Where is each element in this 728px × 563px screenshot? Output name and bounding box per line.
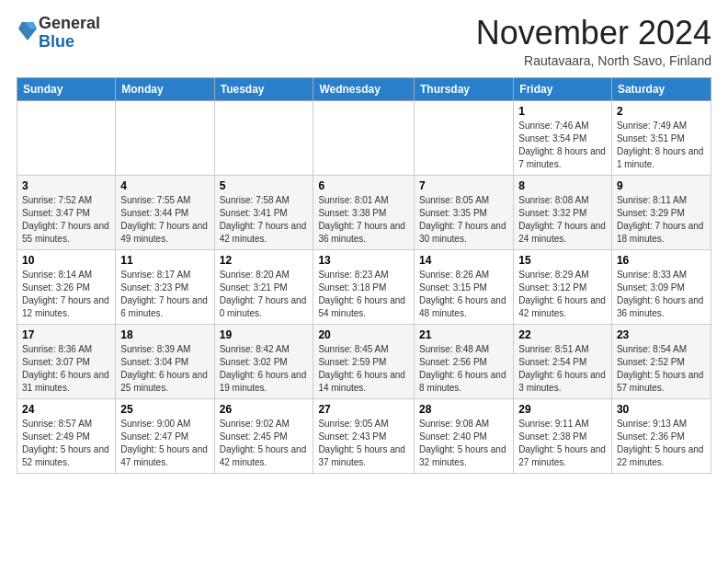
table-row: 13Sunrise: 8:23 AM Sunset: 3:18 PM Dayli… <box>313 249 415 324</box>
table-row: 11Sunrise: 8:17 AM Sunset: 3:23 PM Dayli… <box>116 249 214 324</box>
table-row <box>116 100 214 175</box>
day-number: 13 <box>318 254 409 267</box>
day-info: Sunrise: 7:58 AM Sunset: 3:41 PM Dayligh… <box>220 194 309 246</box>
day-number: 26 <box>220 403 309 416</box>
day-number: 17 <box>22 328 110 341</box>
day-number: 15 <box>518 254 607 267</box>
day-number: 5 <box>220 179 309 192</box>
logo-text: General Blue <box>39 15 100 52</box>
day-number: 1 <box>518 105 607 118</box>
table-row: 2Sunrise: 7:49 AM Sunset: 3:51 PM Daylig… <box>611 100 711 175</box>
day-number: 23 <box>617 328 706 341</box>
day-number: 2 <box>617 105 706 118</box>
day-info: Sunrise: 9:08 AM Sunset: 2:40 PM Dayligh… <box>419 418 508 469</box>
day-number: 16 <box>617 254 706 267</box>
day-info: Sunrise: 8:45 AM Sunset: 2:59 PM Dayligh… <box>318 343 409 395</box>
table-row <box>313 100 415 175</box>
day-number: 4 <box>120 179 209 192</box>
table-row: 26Sunrise: 9:02 AM Sunset: 2:45 PM Dayli… <box>214 398 313 473</box>
day-number: 28 <box>419 403 508 416</box>
day-number: 7 <box>419 179 508 192</box>
day-number: 27 <box>318 403 409 416</box>
day-info: Sunrise: 8:29 AM Sunset: 3:12 PM Dayligh… <box>518 269 607 320</box>
table-row: 28Sunrise: 9:08 AM Sunset: 2:40 PM Dayli… <box>414 398 513 473</box>
day-number: 19 <box>220 328 309 341</box>
table-row: 10Sunrise: 8:14 AM Sunset: 3:26 PM Dayli… <box>17 249 116 324</box>
col-thursday: Thursday <box>414 77 513 100</box>
calendar: Sunday Monday Tuesday Wednesday Thursday… <box>17 77 711 474</box>
table-row: 17Sunrise: 8:36 AM Sunset: 3:07 PM Dayli… <box>17 324 116 398</box>
table-row: 1Sunrise: 7:46 AM Sunset: 3:54 PM Daylig… <box>514 100 612 175</box>
day-info: Sunrise: 8:11 AM Sunset: 3:29 PM Dayligh… <box>617 194 706 246</box>
day-info: Sunrise: 8:36 AM Sunset: 3:07 PM Dayligh… <box>22 343 110 395</box>
table-row: 3Sunrise: 7:52 AM Sunset: 3:47 PM Daylig… <box>17 175 116 249</box>
col-wednesday: Wednesday <box>313 77 415 100</box>
day-info: Sunrise: 8:42 AM Sunset: 3:02 PM Dayligh… <box>220 343 309 395</box>
header: General Blue November 2024 Rautavaara, N… <box>17 15 711 68</box>
day-info: Sunrise: 8:26 AM Sunset: 3:15 PM Dayligh… <box>419 269 508 320</box>
day-number: 21 <box>419 328 508 341</box>
day-number: 30 <box>617 403 706 416</box>
title-block: November 2024 Rautavaara, North Savo, Fi… <box>476 15 711 68</box>
day-info: Sunrise: 8:17 AM Sunset: 3:23 PM Dayligh… <box>120 269 209 320</box>
col-friday: Friday <box>514 77 612 100</box>
day-info: Sunrise: 8:48 AM Sunset: 2:56 PM Dayligh… <box>419 343 508 395</box>
table-row: 22Sunrise: 8:51 AM Sunset: 2:54 PM Dayli… <box>514 324 612 398</box>
table-row: 23Sunrise: 8:54 AM Sunset: 2:52 PM Dayli… <box>611 324 711 398</box>
day-info: Sunrise: 9:05 AM Sunset: 2:43 PM Dayligh… <box>318 418 409 469</box>
day-info: Sunrise: 8:05 AM Sunset: 3:35 PM Dayligh… <box>419 194 508 246</box>
day-number: 14 <box>419 254 508 267</box>
day-info: Sunrise: 8:14 AM Sunset: 3:26 PM Dayligh… <box>22 269 110 320</box>
calendar-week-row: 3Sunrise: 7:52 AM Sunset: 3:47 PM Daylig… <box>17 175 711 249</box>
day-info: Sunrise: 8:57 AM Sunset: 2:49 PM Dayligh… <box>22 418 110 469</box>
table-row: 29Sunrise: 9:11 AM Sunset: 2:38 PM Dayli… <box>514 398 612 473</box>
day-info: Sunrise: 9:11 AM Sunset: 2:38 PM Dayligh… <box>518 418 607 469</box>
table-row: 12Sunrise: 8:20 AM Sunset: 3:21 PM Dayli… <box>214 249 313 324</box>
logo-icon <box>18 20 37 42</box>
day-info: Sunrise: 7:49 AM Sunset: 3:51 PM Dayligh… <box>617 120 706 171</box>
table-row: 8Sunrise: 8:08 AM Sunset: 3:32 PM Daylig… <box>514 175 612 249</box>
day-info: Sunrise: 8:08 AM Sunset: 3:32 PM Dayligh… <box>518 194 607 246</box>
day-info: Sunrise: 7:52 AM Sunset: 3:47 PM Dayligh… <box>22 194 110 246</box>
table-row: 20Sunrise: 8:45 AM Sunset: 2:59 PM Dayli… <box>313 324 415 398</box>
day-info: Sunrise: 9:02 AM Sunset: 2:45 PM Dayligh… <box>220 418 309 469</box>
logo-blue-text: Blue <box>39 32 74 51</box>
table-row: 24Sunrise: 8:57 AM Sunset: 2:49 PM Dayli… <box>17 398 116 473</box>
day-info: Sunrise: 8:54 AM Sunset: 2:52 PM Dayligh… <box>617 343 706 395</box>
calendar-week-row: 17Sunrise: 8:36 AM Sunset: 3:07 PM Dayli… <box>17 324 711 398</box>
col-saturday: Saturday <box>611 77 711 100</box>
page: General Blue November 2024 Rautavaara, N… <box>0 0 728 563</box>
location: Rautavaara, North Savo, Finland <box>476 53 711 68</box>
table-row <box>214 100 313 175</box>
month-title: November 2024 <box>476 15 711 52</box>
table-row: 9Sunrise: 8:11 AM Sunset: 3:29 PM Daylig… <box>611 175 711 249</box>
calendar-header-row: Sunday Monday Tuesday Wednesday Thursday… <box>17 77 711 100</box>
table-row: 6Sunrise: 8:01 AM Sunset: 3:38 PM Daylig… <box>313 175 415 249</box>
day-number: 29 <box>518 403 607 416</box>
day-number: 24 <box>22 403 110 416</box>
day-number: 20 <box>318 328 409 341</box>
day-number: 18 <box>120 328 209 341</box>
day-number: 22 <box>518 328 607 341</box>
day-info: Sunrise: 8:39 AM Sunset: 3:04 PM Dayligh… <box>120 343 209 395</box>
day-info: Sunrise: 8:20 AM Sunset: 3:21 PM Dayligh… <box>220 269 309 320</box>
col-tuesday: Tuesday <box>214 77 313 100</box>
day-number: 25 <box>120 403 209 416</box>
day-info: Sunrise: 8:33 AM Sunset: 3:09 PM Dayligh… <box>617 269 706 320</box>
logo: General Blue <box>17 15 100 52</box>
table-row: 15Sunrise: 8:29 AM Sunset: 3:12 PM Dayli… <box>514 249 612 324</box>
calendar-week-row: 1Sunrise: 7:46 AM Sunset: 3:54 PM Daylig… <box>17 100 711 175</box>
table-row: 30Sunrise: 9:13 AM Sunset: 2:36 PM Dayli… <box>611 398 711 473</box>
day-number: 6 <box>318 179 409 192</box>
calendar-week-row: 10Sunrise: 8:14 AM Sunset: 3:26 PM Dayli… <box>17 249 711 324</box>
table-row: 19Sunrise: 8:42 AM Sunset: 3:02 PM Dayli… <box>214 324 313 398</box>
day-number: 8 <box>518 179 607 192</box>
col-monday: Monday <box>116 77 214 100</box>
table-row: 16Sunrise: 8:33 AM Sunset: 3:09 PM Dayli… <box>611 249 711 324</box>
table-row: 21Sunrise: 8:48 AM Sunset: 2:56 PM Dayli… <box>414 324 513 398</box>
day-number: 10 <box>22 254 110 267</box>
day-number: 12 <box>220 254 309 267</box>
calendar-week-row: 24Sunrise: 8:57 AM Sunset: 2:49 PM Dayli… <box>17 398 711 473</box>
day-info: Sunrise: 8:51 AM Sunset: 2:54 PM Dayligh… <box>518 343 607 395</box>
day-info: Sunrise: 7:55 AM Sunset: 3:44 PM Dayligh… <box>120 194 209 246</box>
